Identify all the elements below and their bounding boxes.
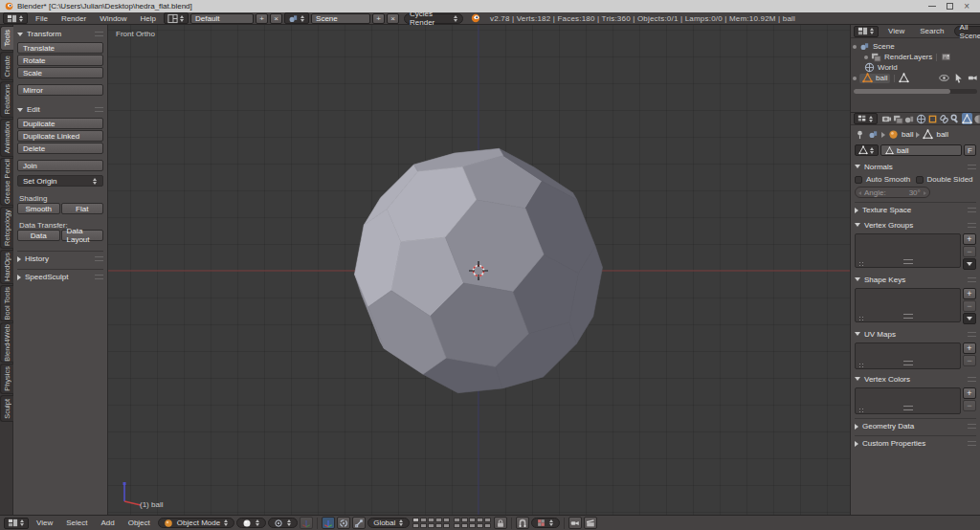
layer-cell[interactable]: [484, 518, 491, 522]
sidebar-tab-animation[interactable]: Animation: [0, 119, 13, 157]
outliner-scrollbar[interactable]: [854, 89, 977, 94]
sidebar-tab-physics[interactable]: Physics: [0, 364, 13, 394]
panel-header-normals[interactable]: Normals: [855, 161, 976, 172]
manipulator-scale-toggle[interactable]: [352, 517, 366, 529]
menu-render[interactable]: Render: [56, 14, 92, 23]
disclosure-dot-icon[interactable]: [853, 77, 857, 80]
selected-object-entry[interactable]: ball: [859, 74, 890, 83]
outliner-menu-search[interactable]: Search: [914, 27, 949, 35]
double-sided-checkbox[interactable]: [916, 176, 924, 184]
render-engine-select[interactable]: Cycles Render: [404, 13, 463, 24]
sidebar-tab-hardops[interactable]: HardOps: [0, 250, 13, 284]
scene-icon-button[interactable]: [284, 12, 309, 24]
scene-field[interactable]: Scene: [311, 13, 370, 24]
sidebar-tab-grease-pencil[interactable]: Grease Pencil: [0, 158, 13, 206]
mode-select[interactable]: Object Mode: [158, 518, 234, 528]
pivot-align-toggle[interactable]: [300, 517, 313, 529]
shape-key-specials-menu[interactable]: [963, 313, 976, 324]
sidebar-tab-relations[interactable]: Relations: [0, 81, 13, 118]
panel-header-shape-keys[interactable]: Shape Keys: [855, 274, 976, 285]
vertex-group-specials-menu[interactable]: [963, 258, 976, 270]
mesh-browse-button[interactable]: [855, 144, 879, 156]
panel-header-vertex-groups[interactable]: Vertex Groups: [855, 219, 976, 231]
menu-help[interactable]: Help: [135, 14, 162, 23]
scrollbar-thumb[interactable]: [854, 89, 950, 94]
layer-cell[interactable]: [461, 518, 468, 522]
layer-cell[interactable]: [469, 523, 476, 528]
layer-cell[interactable]: [443, 518, 450, 522]
layer-cell[interactable]: [412, 518, 419, 522]
outliner-row-world[interactable]: World: [851, 62, 980, 73]
panel-header-vertex-colors[interactable]: Vertex Colors: [855, 373, 976, 385]
remove-scene-button[interactable]: ×: [387, 13, 399, 24]
remove-vertex-color-button[interactable]: −: [963, 400, 976, 411]
remove-layout-button[interactable]: ×: [270, 13, 282, 24]
add-scene-button[interactable]: +: [372, 13, 385, 24]
selectability-cursor-icon[interactable]: [953, 73, 964, 83]
maximize-icon[interactable]: [947, 3, 953, 10]
tab-constraints[interactable]: [939, 113, 949, 124]
outliner-editor-type-button[interactable]: [854, 26, 879, 37]
menu-object[interactable]: Object: [122, 519, 156, 527]
disclosure-dot-icon[interactable]: [864, 55, 868, 59]
remove-shape-key-button[interactable]: −: [963, 300, 976, 312]
layer-cell[interactable]: [435, 523, 442, 528]
fake-user-button[interactable]: F: [964, 144, 976, 156]
tab-object[interactable]: [927, 113, 938, 124]
outliner-row-scene[interactable]: Scene: [851, 41, 980, 52]
panel-header-geometry-data[interactable]: Geometry Data: [855, 418, 976, 431]
lock-to-scene-toggle[interactable]: [494, 517, 507, 529]
viewport-3d[interactable]: Front Ortho (1) ball: [108, 25, 850, 515]
close-icon[interactable]: ×: [964, 3, 969, 10]
layer-cell[interactable]: [435, 518, 442, 522]
uv-maps-list[interactable]: [855, 342, 961, 369]
tab-object-data[interactable]: [962, 113, 972, 124]
layer-cell[interactable]: [428, 518, 434, 522]
tab-render-layers[interactable]: [893, 113, 903, 124]
panel-header-transform[interactable]: Transform: [17, 29, 103, 39]
menu-select[interactable]: Select: [60, 519, 93, 527]
layers-widget-1[interactable]: [412, 518, 450, 528]
add-vertex-color-button[interactable]: +: [963, 387, 976, 399]
renderability-camera-icon[interactable]: [968, 73, 978, 83]
editor-type-button[interactable]: [3, 12, 28, 24]
add-uv-map-button[interactable]: +: [963, 342, 976, 354]
properties-editor-type-button[interactable]: [854, 113, 878, 124]
layer-cell[interactable]: [420, 523, 427, 528]
viewport-shading-select[interactable]: [236, 518, 266, 528]
panel-header-speedsculpt[interactable]: SpeedSculpt: [17, 269, 103, 282]
panel-header-edit[interactable]: Edit: [17, 104, 103, 115]
sidebar-tab-retopology[interactable]: Retopology: [0, 207, 13, 249]
add-shape-key-button[interactable]: +: [963, 288, 976, 299]
minimize-icon[interactable]: [928, 6, 936, 7]
scale-button[interactable]: Scale: [17, 67, 103, 78]
sidebar-tab-tools[interactable]: Tools: [0, 26, 13, 51]
menu-file[interactable]: File: [30, 14, 54, 23]
manipulator-rotate-toggle[interactable]: [337, 517, 350, 529]
layers-widget-2[interactable]: [454, 518, 491, 528]
delete-button[interactable]: Delete: [17, 143, 103, 154]
layer-cell[interactable]: [477, 518, 483, 522]
sidebar-tab-sculpt[interactable]: Sculpt: [0, 395, 13, 422]
auto-smooth-checkbox[interactable]: [855, 176, 862, 184]
layer-cell[interactable]: [412, 523, 419, 528]
opengl-render-anim-button[interactable]: [584, 517, 597, 529]
outliner-display-filter[interactable]: All Scenes: [954, 26, 980, 36]
mesh-name-field[interactable]: ball: [880, 144, 962, 156]
sidebar-tab-create[interactable]: Create: [0, 52, 13, 80]
shade-smooth-button[interactable]: Smooth: [17, 203, 60, 214]
rotate-button[interactable]: Rotate: [17, 55, 103, 66]
layer-cell[interactable]: [461, 523, 468, 528]
layer-cell[interactable]: [484, 523, 491, 528]
outliner-row-renderlayers[interactable]: RenderLayers: [851, 52, 980, 62]
duplicate-linked-button[interactable]: Duplicate Linked: [17, 130, 103, 142]
ball-mesh-object[interactable]: [355, 148, 603, 392]
join-button[interactable]: Join: [17, 160, 103, 171]
opengl-render-button[interactable]: [568, 517, 582, 529]
menu-view[interactable]: View: [31, 519, 58, 527]
angle-slider[interactable]: Angle: 30°: [855, 187, 930, 198]
view3d-editor-type-button[interactable]: [4, 518, 29, 529]
outliner-row-ball[interactable]: ball: [851, 73, 980, 83]
tab-world[interactable]: [916, 113, 926, 124]
screen-layout-icon-button[interactable]: [164, 12, 189, 24]
